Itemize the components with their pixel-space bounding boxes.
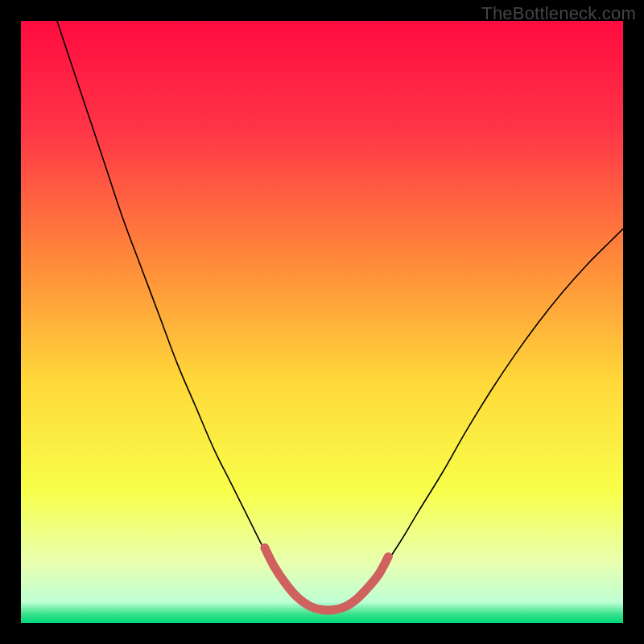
watermark-text: TheBottleneck.com [481, 3, 636, 24]
gradient-background [21, 21, 623, 623]
chart-plot-area [21, 21, 623, 623]
chart-frame: TheBottleneck.com [0, 0, 644, 644]
chart-canvas [21, 21, 623, 623]
